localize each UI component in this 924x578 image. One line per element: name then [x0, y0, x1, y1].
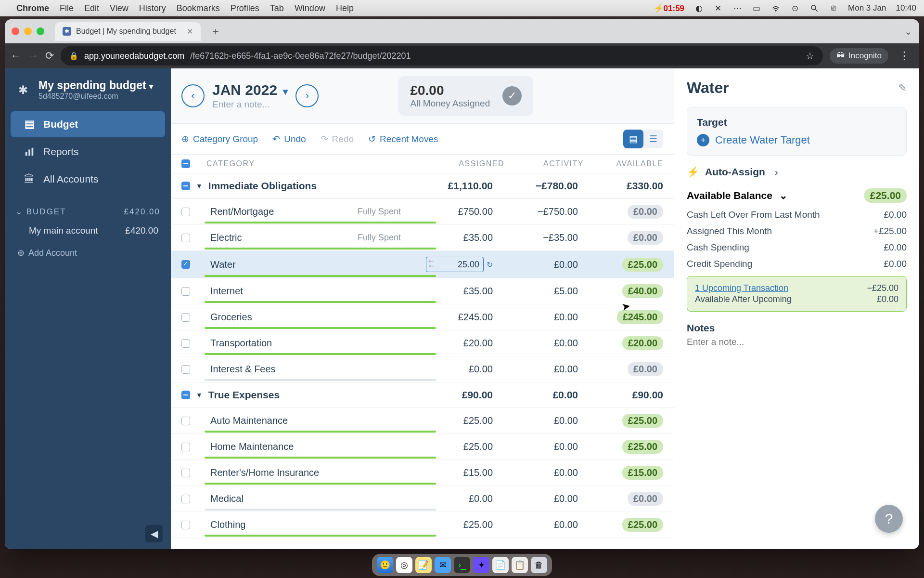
- category-group[interactable]: ▼ Immediate Obligations £1,110.00 −£780.…: [171, 173, 674, 199]
- sidebar-item-accounts[interactable]: 🏛 All Accounts: [11, 166, 165, 192]
- group-checkbox[interactable]: [181, 182, 190, 190]
- menu-tab[interactable]: Tab: [270, 3, 284, 13]
- collapse-icon[interactable]: ▼: [196, 391, 203, 399]
- history-icon[interactable]: ↻: [487, 260, 493, 269]
- to-be-assigned[interactable]: £0.00 All Money Assigned ✓: [398, 76, 533, 116]
- row-assigned[interactable]: £35.00: [413, 232, 493, 243]
- dock-app-3[interactable]: 📋: [512, 557, 528, 573]
- switch-icon[interactable]: ⎚: [829, 3, 838, 13]
- dock-chrome[interactable]: ◎: [396, 557, 412, 573]
- forward-button[interactable]: →: [28, 50, 38, 62]
- row-assigned[interactable]: £750.00: [413, 206, 493, 217]
- row-checkbox[interactable]: [181, 417, 190, 425]
- menubar-date[interactable]: Mon 3 Jan: [848, 3, 886, 13]
- month-note[interactable]: Enter a note...: [212, 99, 288, 110]
- status-icon-1[interactable]: ◐: [694, 3, 704, 13]
- row-checkbox[interactable]: [181, 313, 190, 322]
- row-assigned[interactable]: £0.00: [413, 364, 493, 375]
- select-all-checkbox[interactable]: [181, 159, 190, 168]
- row-checkbox[interactable]: [181, 443, 190, 451]
- row-assigned[interactable]: £25.00: [413, 415, 493, 426]
- collapse-sidebar-button[interactable]: ◀: [145, 525, 163, 542]
- category-row[interactable]: Clothing £25.00 £0.00 £25.00: [171, 512, 674, 538]
- tab-close-icon[interactable]: ✕: [187, 27, 193, 36]
- menu-profiles[interactable]: Profiles: [231, 3, 259, 13]
- help-button[interactable]: ?: [875, 505, 903, 533]
- category-row[interactable]: Rent/Mortgage Fully Spent £750.00 −£750.…: [171, 199, 674, 225]
- month-picker[interactable]: JAN 2022 ▾ Enter a note...: [212, 82, 288, 110]
- collapse-icon[interactable]: ▼: [196, 182, 203, 190]
- battery-level-icon[interactable]: ▭: [752, 3, 761, 13]
- add-account-button[interactable]: ⊕ Add Account: [15, 241, 160, 265]
- menubar-time[interactable]: 10:40: [896, 3, 916, 13]
- add-category-group-button[interactable]: ⊕Category Group: [181, 133, 258, 144]
- menu-bookmarks[interactable]: Bookmarks: [177, 3, 220, 13]
- row-checkbox[interactable]: [181, 208, 190, 216]
- close-window[interactable]: [12, 27, 19, 35]
- row-checkbox[interactable]: [181, 469, 190, 477]
- prev-month-button[interactable]: ‹: [181, 84, 205, 107]
- create-target-button[interactable]: + Create Water Target: [697, 134, 897, 146]
- row-assigned[interactable]: £20.00: [413, 338, 493, 349]
- control-center-icon[interactable]: ⊙: [790, 3, 800, 13]
- row-assigned[interactable]: £25.00: [413, 441, 493, 452]
- row-checkbox[interactable]: [181, 495, 190, 503]
- sidebar-item-reports[interactable]: Reports: [11, 139, 165, 164]
- dock-app-2[interactable]: 📄: [492, 557, 509, 573]
- zoom-window[interactable]: [37, 27, 44, 35]
- status-icon-3[interactable]: ⋯: [732, 3, 742, 13]
- category-row[interactable]: Transportation £20.00 £0.00 £20.00: [171, 330, 674, 356]
- battery-icon[interactable]: ⚡01:59: [654, 3, 684, 13]
- dock-finder[interactable]: 🙂: [377, 557, 393, 573]
- dock-trash[interactable]: 🗑: [531, 557, 547, 573]
- next-month-button[interactable]: ›: [295, 84, 319, 107]
- category-row[interactable]: Electric Fully Spent £35.00 −£35.00 £0.0…: [171, 225, 674, 251]
- row-assigned[interactable]: £15.00: [413, 467, 493, 478]
- row-checkbox[interactable]: [181, 339, 190, 348]
- sidebar-account[interactable]: My main account £420.00: [15, 221, 160, 241]
- auto-assign-button[interactable]: ⚡ Auto-Assign ›: [687, 166, 907, 178]
- dock-app-1[interactable]: ✦: [473, 557, 489, 573]
- dock-terminal[interactable]: ›_: [454, 557, 470, 573]
- view-card-icon[interactable]: ▤: [623, 130, 643, 148]
- menu-file[interactable]: File: [60, 3, 74, 13]
- row-assigned[interactable]: £245.00: [413, 312, 493, 323]
- assigned-input[interactable]: +−×÷25.00: [426, 257, 484, 272]
- row-assigned[interactable]: £25.00: [413, 519, 493, 530]
- status-icon-2[interactable]: ✕: [713, 3, 723, 13]
- row-checkbox[interactable]: [181, 521, 190, 529]
- menu-view[interactable]: View: [110, 3, 128, 13]
- notes-input[interactable]: [687, 334, 907, 350]
- tabs-dropdown-icon[interactable]: ⌄: [904, 26, 912, 37]
- row-assigned[interactable]: £0.00: [413, 493, 493, 504]
- category-row[interactable]: Medical £0.00 £0.00 £0.00: [171, 486, 674, 512]
- row-checkbox[interactable]: [181, 260, 190, 269]
- category-row[interactable]: Renter's/Home Insurance £15.00 £0.00 £15…: [171, 460, 674, 486]
- undo-button[interactable]: ↶Undo: [272, 133, 306, 144]
- back-button[interactable]: ←: [11, 50, 21, 62]
- menu-window[interactable]: Window: [295, 3, 325, 13]
- category-row[interactable]: Auto Maintenance £25.00 £0.00 £25.00: [171, 408, 674, 434]
- row-checkbox[interactable]: [181, 365, 190, 374]
- balance-header[interactable]: Available Balance ⌄ £25.00: [687, 188, 907, 203]
- row-checkbox[interactable]: [181, 234, 190, 242]
- upcoming-link[interactable]: 1 Upcoming Transaction: [695, 283, 788, 293]
- category-row[interactable]: Groceries £245.00 £0.00 £245.00: [171, 304, 674, 330]
- category-row[interactable]: Interest & Fees £0.00 £0.00 £0.00: [171, 356, 674, 382]
- dock-mail[interactable]: ✉: [435, 557, 451, 573]
- minimize-window[interactable]: [24, 27, 32, 35]
- category-row[interactable]: Water +−×÷25.00 ↻ £0.00 £25.00: [171, 251, 674, 278]
- edit-icon[interactable]: ✎: [898, 82, 907, 94]
- wifi-icon[interactable]: [771, 3, 781, 13]
- category-row[interactable]: Internet £35.00 £5.00 £40.00: [171, 278, 674, 304]
- category-row[interactable]: Home Maintenance £25.00 £0.00 £25.00: [171, 434, 674, 460]
- browser-menu-icon[interactable]: ⋮: [895, 50, 913, 62]
- group-checkbox[interactable]: [181, 391, 190, 399]
- row-checkbox[interactable]: [181, 287, 190, 296]
- incognito-badge[interactable]: 🕶 Incognito: [830, 48, 888, 64]
- menubar-app[interactable]: Chrome: [16, 3, 49, 13]
- menu-history[interactable]: History: [139, 3, 166, 13]
- dock-notes[interactable]: 📝: [415, 557, 432, 573]
- budget-switcher[interactable]: ✱ My spending budget ▾ 5d485270@uifeed.c…: [5, 73, 171, 106]
- menu-edit[interactable]: Edit: [84, 3, 99, 13]
